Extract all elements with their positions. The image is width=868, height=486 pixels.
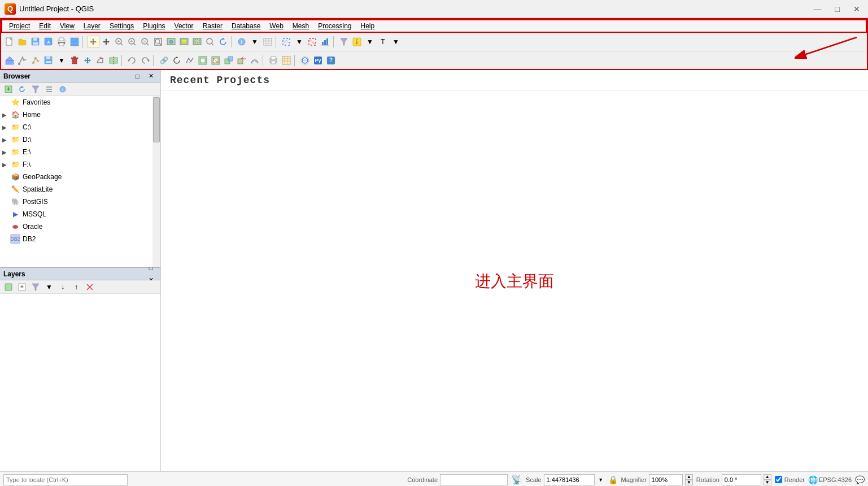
- move-feature-button[interactable]: [81, 54, 94, 67]
- pan-tool-button[interactable]: [87, 36, 99, 48]
- browser-info-button[interactable]: i: [56, 83, 69, 96]
- rotation-up[interactable]: ▲: [764, 474, 771, 480]
- coordinate-input[interactable]: [440, 474, 508, 485]
- delete-part-button[interactable]: [235, 54, 248, 67]
- epsg-item[interactable]: 🌐 EPSG:4326: [808, 475, 852, 484]
- delete-selected-button[interactable]: [68, 54, 81, 67]
- attr-table-button[interactable]: [261, 36, 274, 48]
- browser-close-button[interactable]: ✕: [145, 70, 157, 83]
- magnifier-up[interactable]: ▲: [685, 474, 693, 480]
- simplify-button[interactable]: [184, 54, 196, 67]
- save-as-button[interactable]: A: [42, 36, 55, 48]
- open-project-button[interactable]: [16, 36, 29, 48]
- add-ring-button[interactable]: [197, 54, 209, 67]
- menu-project[interactable]: Project: [5, 21, 34, 31]
- rotation-input[interactable]: [722, 474, 761, 485]
- zoom-rect-button[interactable]: [152, 36, 164, 48]
- layers-sort-button[interactable]: ↓: [56, 281, 69, 293]
- browser-item-e[interactable]: ▶ 📁 E:\: [0, 146, 160, 158]
- annotation-btn-dropdown[interactable]: ▼: [390, 36, 402, 48]
- layers-select-button[interactable]: ▼: [43, 281, 55, 293]
- filter-button[interactable]: [338, 36, 350, 48]
- undo-button[interactable]: [126, 54, 138, 67]
- menu-processing[interactable]: Processing: [313, 21, 356, 31]
- browser-item-postgis[interactable]: 🐘 PostGIS: [0, 196, 160, 208]
- scrollbar-thumb[interactable]: [153, 97, 160, 142]
- delete-ring-button[interactable]: [210, 54, 222, 67]
- new-project-button[interactable]: [3, 36, 16, 48]
- scale-input[interactable]: [544, 474, 595, 485]
- browser-item-spatialite[interactable]: ✏️ SpatiaLite: [0, 183, 160, 196]
- python-console-button[interactable]: Py: [312, 54, 324, 67]
- add-point-button[interactable]: ▼: [55, 54, 68, 67]
- select-by-rect-button[interactable]: [280, 36, 293, 48]
- browser-item-home[interactable]: ▶ 🏠 Home: [0, 109, 160, 121]
- browser-item-db2[interactable]: DB2 DB2: [0, 233, 160, 245]
- digitize-button[interactable]: [16, 54, 29, 67]
- print-map-button[interactable]: [267, 54, 280, 67]
- browser-item-geopackage[interactable]: 📦 GeoPackage: [0, 171, 160, 183]
- menu-settings[interactable]: Settings: [105, 21, 138, 31]
- scale-dropdown-button[interactable]: ▼: [597, 474, 605, 485]
- minimize-button[interactable]: —: [810, 3, 825, 15]
- menu-edit[interactable]: Edit: [34, 21, 55, 31]
- magnifier-input[interactable]: [649, 474, 683, 485]
- zoom-select-button[interactable]: [113, 36, 125, 48]
- rotation-down[interactable]: ▼: [764, 480, 771, 485]
- offset-curve-button[interactable]: [248, 54, 261, 67]
- messages-icon[interactable]: 💬: [855, 475, 865, 484]
- rotate-point-button[interactable]: [171, 54, 183, 67]
- deselect-button[interactable]: [306, 36, 319, 48]
- layers-remove-button[interactable]: [84, 281, 96, 293]
- maximize-button[interactable]: □: [832, 3, 843, 15]
- osm-button[interactable]: [299, 54, 311, 67]
- atlas-button[interactable]: [280, 54, 293, 67]
- layers-add-button[interactable]: +: [16, 281, 28, 293]
- current-edits-button[interactable]: [3, 54, 16, 67]
- browser-refresh-button[interactable]: [16, 83, 28, 96]
- menu-view[interactable]: View: [55, 21, 79, 31]
- menu-raster[interactable]: Raster: [198, 21, 227, 31]
- menu-plugins[interactable]: Plugins: [138, 21, 169, 31]
- menu-help[interactable]: Help: [356, 21, 380, 31]
- menu-vector[interactable]: Vector: [170, 21, 198, 31]
- add-part-button[interactable]: [223, 54, 235, 67]
- measure-line-button[interactable]: ▼: [364, 36, 376, 48]
- layers-filter-button[interactable]: [29, 281, 42, 293]
- zoom-selection-button[interactable]: [191, 36, 203, 48]
- zoom-native-button[interactable]: [204, 36, 216, 48]
- browser-item-mssql[interactable]: ▶ MSSQL: [0, 208, 160, 220]
- locate-input[interactable]: [3, 474, 128, 485]
- node-tool-button[interactable]: [29, 54, 42, 67]
- browser-filter-button[interactable]: [29, 83, 42, 96]
- field-calculator-button[interactable]: ∑: [351, 36, 363, 48]
- annotation-text-button[interactable]: T: [377, 36, 389, 48]
- zoom-all-button[interactable]: [165, 36, 177, 48]
- browser-item-d[interactable]: ▶ 📁 D:\: [0, 133, 160, 146]
- refresh-button[interactable]: [217, 36, 229, 48]
- render-checkbox[interactable]: [775, 476, 782, 483]
- info-button[interactable]: ▼: [248, 36, 261, 48]
- browser-collapse-button[interactable]: □: [131, 70, 143, 83]
- layers-expand-button[interactable]: ↑: [70, 281, 82, 293]
- help-button[interactable]: ?: [325, 54, 337, 67]
- redo-button[interactable]: [139, 54, 151, 67]
- magnifier-down[interactable]: ▼: [685, 480, 693, 485]
- save-layer-edits-button[interactable]: ✓: [42, 54, 55, 67]
- browser-add-button[interactable]: +: [2, 83, 15, 96]
- split-features-button[interactable]: [107, 54, 120, 67]
- zoom-layer-button[interactable]: [178, 36, 190, 48]
- select-by-polygon-button[interactable]: ▼: [293, 36, 306, 48]
- zoom-in-button[interactable]: [126, 36, 138, 48]
- zoom-out-button[interactable]: [139, 36, 151, 48]
- menu-database[interactable]: Database: [227, 21, 265, 31]
- close-button[interactable]: ✕: [850, 3, 863, 15]
- browser-item-oracle[interactable]: ⬬ Oracle: [0, 220, 160, 233]
- browser-collapse-all-button[interactable]: [43, 83, 55, 96]
- menu-web[interactable]: Web: [265, 21, 287, 31]
- browser-item-f[interactable]: ▶ 📁 F:\: [0, 158, 160, 171]
- stats-button[interactable]: [319, 36, 332, 48]
- lock-scale-button[interactable]: 🔗: [158, 54, 170, 67]
- menu-mesh[interactable]: Mesh: [288, 21, 313, 31]
- print-layout-button[interactable]: [55, 36, 68, 48]
